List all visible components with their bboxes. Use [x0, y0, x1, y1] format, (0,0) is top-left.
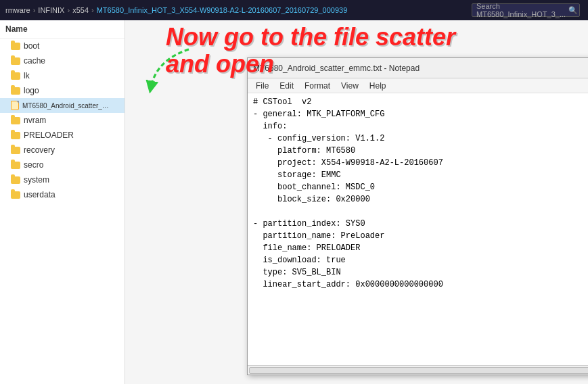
sidebar-item-label: cache: [24, 56, 45, 66]
folder-icon: [11, 162, 20, 169]
sidebar-item-scatter-file[interactable]: MT6580_Android_scatter_emmc: [0, 98, 125, 113]
sidebar-item-label: recovery: [24, 145, 55, 155]
sidebar-item-label: system: [24, 175, 49, 185]
h-scrollbar-track[interactable]: [249, 367, 588, 374]
sidebar-header: Name: [0, 20, 125, 39]
title-bar-breadcrumb: rmware › INFINIX › x554 › MT6580_Infinix…: [5, 6, 472, 14]
breadcrumb-folder: MT6580_Infinix_HOT_3_X554-W90918-A2-L-20…: [97, 6, 348, 14]
search-box[interactable]: Search MT6580_Infinix_HOT_3_... 🔍: [472, 3, 580, 17]
menu-format[interactable]: Format: [299, 80, 336, 92]
main-layout: Name boot cache lk logo MT6580_Android_s…: [0, 20, 588, 384]
folder-icon: [11, 176, 20, 184]
menu-file[interactable]: File: [250, 80, 274, 92]
title-bar: rmware › INFINIX › x554 › MT6580_Infinix…: [0, 0, 588, 20]
horizontal-scrollbar[interactable]: [248, 365, 588, 375]
menu-help[interactable]: Help: [364, 80, 392, 92]
notepad-title: MT6580_Android_scatter_emmc.txt - Notepa…: [253, 64, 420, 73]
folder-icon: [11, 57, 20, 65]
sidebar-item-logo[interactable]: logo: [0, 83, 125, 98]
sidebar-item-preloader[interactable]: PRELOADER: [0, 128, 125, 143]
content-area: Now go to the file scatter and open MT65…: [125, 20, 588, 384]
folder-icon: [11, 72, 20, 80]
folder-icon: [11, 147, 20, 154]
annotation-arrow: [145, 44, 200, 98]
sidebar-item-label: boot: [24, 41, 39, 51]
sidebar-item-label: nvram: [24, 116, 46, 125]
sidebar-item-nvram[interactable]: nvram: [0, 113, 125, 128]
file-explorer-sidebar: Name boot cache lk logo MT6580_Android_s…: [0, 20, 125, 384]
sidebar-item-secro[interactable]: secro: [0, 158, 125, 172]
menu-view[interactable]: View: [336, 80, 364, 92]
folder-icon: [11, 117, 20, 124]
notepad-content: # CSTool v2 - general: MTK_PLATFORM_CFG …: [248, 93, 588, 365]
sidebar-item-label: MT6580_Android_scatter_emmc: [22, 102, 110, 110]
search-placeholder: Search MT6580_Infinix_HOT_3_...: [476, 2, 566, 18]
sidebar-item-label: userdata: [24, 190, 55, 199]
sidebar-item-lk[interactable]: lk: [0, 68, 125, 83]
sidebar-item-recovery[interactable]: recovery: [0, 143, 125, 158]
file-icon: [11, 101, 19, 110]
search-icon: 🔍: [568, 6, 578, 15]
folder-icon: [11, 191, 20, 199]
notepad-text-area[interactable]: # CSTool v2 - general: MTK_PLATFORM_CFG …: [248, 93, 588, 365]
breadcrumb-x554: x554: [72, 6, 89, 14]
sidebar-item-userdata[interactable]: userdata: [0, 187, 125, 202]
sidebar-item-system[interactable]: system: [0, 172, 125, 187]
menu-edit[interactable]: Edit: [274, 80, 299, 92]
sidebar-item-label: PRELOADER: [24, 130, 74, 140]
sidebar-item-label: secro: [24, 160, 43, 170]
breadcrumb-infinix: INFINIX: [38, 6, 64, 14]
notepad-titlebar: MT6580_Android_scatter_emmc.txt - Notepa…: [248, 58, 588, 78]
sidebar-item-label: lk: [24, 71, 30, 80]
notepad-window: MT6580_Android_scatter_emmc.txt - Notepa…: [247, 57, 588, 375]
annotation-line1: Now go to the file scatter: [166, 24, 455, 51]
folder-icon: [11, 132, 20, 139]
sidebar-item-boot[interactable]: boot: [0, 39, 125, 53]
breadcrumb-rmware: rmware: [5, 6, 30, 14]
sidebar-item-cache[interactable]: cache: [0, 53, 125, 68]
folder-icon: [11, 87, 20, 95]
sidebar-item-label: logo: [24, 86, 39, 95]
folder-icon: [11, 43, 20, 50]
notepad-menubar: File Edit Format View Help: [248, 78, 588, 93]
